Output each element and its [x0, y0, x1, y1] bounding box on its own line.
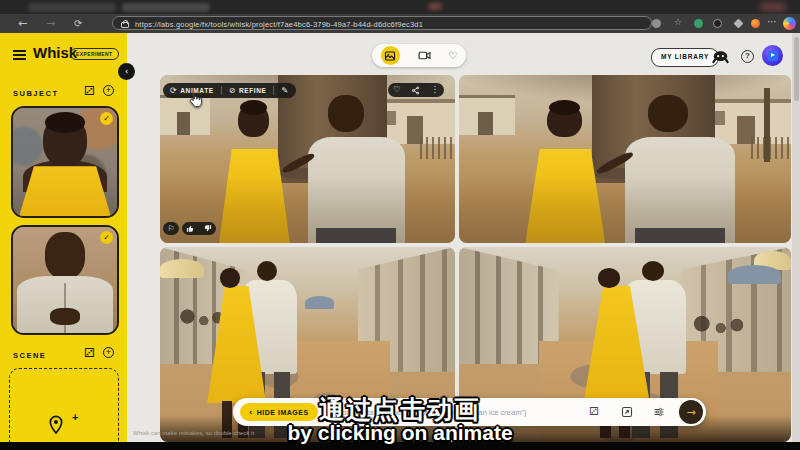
screen: ← → ⟳ https://labs.google/fx/tools/whisk…	[0, 0, 800, 450]
browser-tab-favicon	[760, 3, 786, 11]
dice-icon[interactable]: ⚂	[84, 85, 94, 97]
man-head-shape	[328, 95, 363, 132]
refine-label: REFINE	[239, 87, 266, 94]
image-mode-button-selected[interactable]	[381, 46, 400, 65]
scene-section-label: SCENE	[13, 351, 46, 360]
user-avatar[interactable]	[762, 45, 783, 66]
man-head-shape	[642, 261, 665, 281]
subject-section-label: SUBJECT	[13, 89, 59, 98]
video-mode-button[interactable]	[418, 49, 431, 62]
extension-icon[interactable]	[713, 19, 722, 28]
generated-image-1[interactable]: ⟳ ANIMATE ⊘ REFINE ✎ ♡ ⋮	[160, 75, 455, 243]
edit-prompt-button[interactable]: ✎	[274, 83, 295, 98]
media-type-toggle: ♡	[372, 44, 466, 67]
image-social-bar: ♡ ⋮	[388, 83, 444, 97]
more-menu-icon[interactable]: ⋮	[431, 86, 439, 94]
my-library-button[interactable]: MY LIBRARY	[651, 48, 719, 67]
head-shape	[43, 116, 87, 168]
discord-icon[interactable]	[712, 49, 729, 64]
refine-button[interactable]: ⊘ REFINE	[222, 83, 274, 98]
small-tree-shape	[764, 88, 769, 162]
market-umbrella-shape	[305, 296, 335, 310]
add-subject-button[interactable]: +	[103, 85, 114, 96]
help-button[interactable]: ?	[741, 50, 754, 63]
subject-portrait-illustration	[13, 227, 117, 333]
extension-icon[interactable]	[652, 19, 661, 28]
scene-illustration-couple-under-tree	[459, 75, 791, 243]
share-icon[interactable]	[411, 86, 420, 95]
man-head-shape	[257, 261, 277, 281]
cursor-pointer-icon	[186, 91, 204, 109]
house-shape	[459, 95, 515, 135]
yellow-top-shape	[19, 166, 111, 216]
pen-icon: ✎	[281, 86, 288, 95]
menu-icon[interactable]	[13, 50, 26, 52]
extension-icon[interactable]	[694, 19, 703, 28]
whisk-app: Whisk EXPERIMENT SUBJECT ⚂ + ✓ ✓	[0, 33, 800, 442]
browser-tab-strip	[0, 0, 800, 14]
browser-profile-avatar[interactable]	[783, 17, 796, 30]
plus-icon: +	[104, 86, 113, 94]
scrollbar[interactable]	[792, 33, 800, 442]
browser-tab-favicon	[428, 3, 442, 10]
favorites-heart-button[interactable]: ♡	[448, 51, 457, 61]
subject-thumbnail-man[interactable]: ✓	[11, 225, 119, 335]
url-text: https://labs.google/fx/tools/whisk/proje…	[135, 20, 423, 29]
fence-shape	[420, 137, 455, 159]
heart-icon[interactable]: ♡	[393, 86, 400, 94]
hands-shape	[50, 308, 79, 325]
feedback-bar	[182, 222, 216, 235]
extension-icon[interactable]	[734, 19, 744, 29]
ground-shadow	[459, 176, 791, 243]
woman-head-shape	[220, 268, 239, 288]
thumbs-down-icon[interactable]	[203, 224, 212, 233]
browser-tab[interactable]	[28, 3, 116, 12]
subject-portrait-illustration	[13, 108, 117, 216]
woman-head-shape	[598, 268, 620, 288]
dice-icon[interactable]: ⚂	[84, 347, 94, 359]
refine-icon: ⊘	[229, 86, 236, 95]
back-icon[interactable]: ←	[18, 17, 27, 30]
image-action-bar: ⟳ ANIMATE ⊘ REFINE ✎	[163, 83, 296, 98]
head-shape	[45, 232, 85, 279]
generated-image-2[interactable]	[459, 75, 791, 243]
animate-icon: ⟳	[170, 86, 177, 95]
background-people-shapes	[691, 313, 744, 356]
address-bar[interactable]: https://labs.google/fx/tools/whisk/proje…	[112, 16, 652, 30]
subtitle-english: by clicking on animate	[0, 421, 800, 445]
thumbs-up-icon[interactable]	[186, 224, 195, 233]
play-badge-icon	[768, 51, 778, 61]
subject-thumbnail-woman[interactable]: ✓	[11, 106, 119, 218]
image-icon	[384, 50, 396, 62]
flag-report-button[interactable]: ⚐	[163, 222, 179, 235]
refresh-icon[interactable]: ⟳	[74, 17, 82, 30]
extension-icon[interactable]	[751, 19, 760, 28]
market-umbrella-shape	[728, 265, 781, 285]
selected-check-badge[interactable]: ✓	[100, 112, 113, 125]
selected-check-badge[interactable]: ✓	[100, 231, 113, 244]
fence-shape	[751, 137, 791, 159]
browser-menu-icon[interactable]: ⋯	[767, 16, 777, 27]
man-head-shape	[648, 95, 688, 132]
experiment-badge: EXPERIMENT	[70, 48, 119, 60]
scrollbar-thumb[interactable]	[794, 37, 799, 101]
browser-tab-active[interactable]	[122, 3, 210, 12]
browser-toolbar: ← → ⟳ https://labs.google/fx/tools/whisk…	[0, 14, 800, 33]
lock-icon	[121, 22, 129, 28]
plus-icon: +	[104, 348, 113, 356]
scene-illustration-couple-under-tree	[160, 75, 455, 243]
woman-head-shape	[547, 104, 582, 138]
add-scene-button[interactable]: +	[103, 347, 114, 358]
sidebar: Whisk EXPERIMENT SUBJECT ⚂ + ✓ ✓	[0, 33, 127, 442]
market-umbrella-shape	[160, 259, 204, 279]
woman-head-shape	[238, 104, 269, 138]
bookmark-star-icon[interactable]: ☆	[674, 17, 682, 27]
sidebar-collapse-button[interactable]: ‹	[118, 63, 135, 80]
forward-icon[interactable]: →	[46, 17, 55, 30]
